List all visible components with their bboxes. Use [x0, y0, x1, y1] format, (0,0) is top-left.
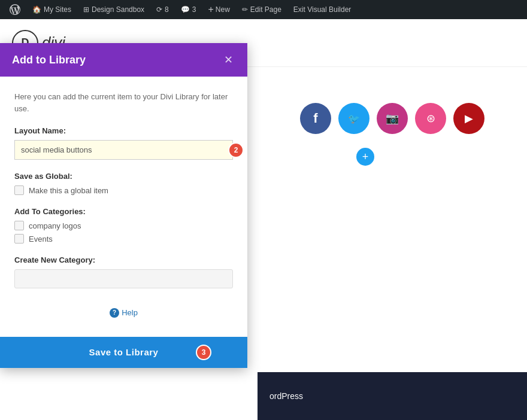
add-to-categories-label: Add To Categories:: [14, 207, 233, 216]
create-new-category-group: Create New Category:: [14, 255, 233, 288]
step-3-badge: 3: [196, 345, 211, 360]
save-as-global-label: Save as Global:: [14, 172, 233, 181]
create-new-category-label: Create New Category:: [14, 255, 233, 264]
help-link[interactable]: ? Help: [110, 308, 138, 318]
category-company-logos-row: company logos: [14, 221, 233, 230]
global-checkbox[interactable]: [14, 185, 24, 195]
modal-description: Here you can add the current item to you…: [14, 91, 233, 114]
wordpress-icon: [10, 4, 20, 15]
help-icon: ?: [110, 308, 119, 318]
layout-name-label: Layout Name:: [14, 126, 233, 135]
design-sandbox-label: Design Sandbox: [92, 5, 144, 14]
comments-count: 3: [192, 5, 196, 14]
save-to-library-button[interactable]: Save to Library 3: [0, 337, 247, 368]
category-company-logos-checkbox[interactable]: [14, 221, 24, 230]
add-to-categories-group: Add To Categories: company logos Events: [14, 207, 233, 244]
layout-name-wrapper: 2: [14, 140, 233, 160]
create-new-category-input[interactable]: [14, 269, 233, 288]
exit-builder-label: Exit Visual Builder: [293, 5, 352, 14]
save-button-label: Save to Library: [89, 347, 159, 357]
updates-item[interactable]: ⟳ 8: [152, 0, 174, 19]
modal-header: Add to Library ✕: [0, 43, 247, 77]
layout-name-group: Layout Name: 2: [14, 126, 233, 160]
help-label: Help: [122, 308, 138, 317]
category-events-checkbox[interactable]: [14, 234, 24, 244]
add-to-library-modal: Add to Library ✕ Here you can add the cu…: [0, 43, 247, 368]
comments-item[interactable]: 💬 3: [176, 0, 201, 19]
edit-icon: ✏: [242, 5, 248, 14]
my-sites-label: My Sites: [44, 5, 71, 14]
my-sites-item[interactable]: 🏠 My Sites: [28, 0, 76, 19]
category-company-logos-label: company logos: [29, 221, 81, 230]
help-section: ? Help: [14, 300, 233, 327]
new-label: New: [216, 5, 230, 14]
layout-name-input[interactable]: [14, 140, 233, 160]
modal-close-button[interactable]: ✕: [221, 53, 235, 67]
category-events-row: Events: [14, 234, 233, 244]
new-item[interactable]: + New: [203, 0, 234, 19]
step-2-badge: 2: [228, 142, 244, 158]
home-icon: 🏠: [32, 5, 41, 14]
comments-icon: 💬: [181, 5, 190, 14]
global-checkbox-row: Make this a global item: [14, 185, 233, 195]
edit-page-item[interactable]: ✏ Edit Page: [237, 0, 286, 19]
design-sandbox-item[interactable]: ⊞ Design Sandbox: [78, 0, 149, 19]
admin-bar: 🏠 My Sites ⊞ Design Sandbox ⟳ 8 💬 3 + Ne…: [0, 0, 527, 19]
edit-page-label: Edit Page: [250, 5, 281, 14]
close-modal-icon: ✕: [224, 53, 233, 66]
updates-count: 8: [165, 5, 169, 14]
modal-title: Add to Library: [12, 54, 86, 66]
main-area: D divi + 1 ▶ ⊙ 🗑 ✕ Add to Librar: [0, 19, 527, 420]
wp-logo-item[interactable]: [5, 0, 25, 19]
exit-builder-item[interactable]: Exit Visual Builder: [289, 0, 356, 19]
category-events-label: Events: [29, 235, 53, 244]
dashboard-icon: ⊞: [83, 5, 89, 14]
modal-overlay: Add to Library ✕ Here you can add the cu…: [0, 19, 527, 420]
save-as-global-group: Save as Global: Make this a global item: [14, 172, 233, 195]
updates-icon: ⟳: [156, 5, 162, 14]
global-checkbox-label: Make this a global item: [29, 186, 108, 195]
plus-icon: +: [208, 4, 213, 15]
modal-body: Here you can add the current item to you…: [0, 77, 247, 337]
